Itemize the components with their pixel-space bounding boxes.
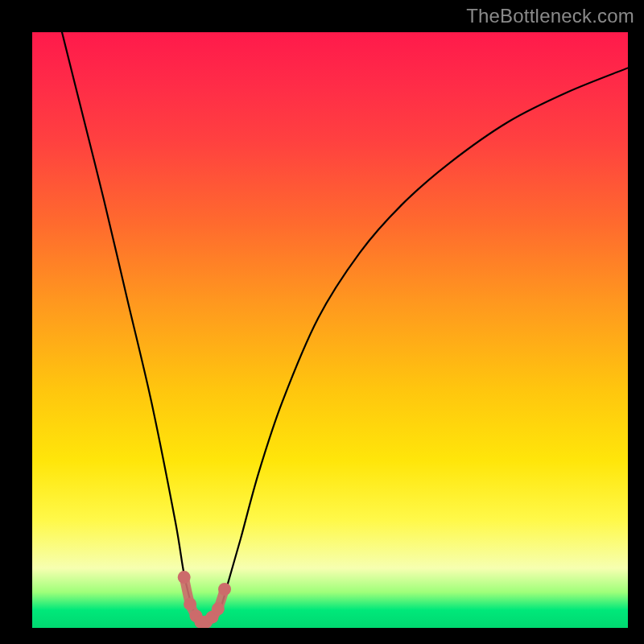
highlight-dot	[178, 571, 191, 584]
highlight-dots	[178, 571, 231, 628]
watermark-text: TheBottleneck.com	[466, 5, 634, 27]
chart-frame: TheBottleneck.com	[0, 0, 644, 644]
chart-svg	[32, 32, 628, 628]
bottleneck-curve-path	[62, 32, 628, 625]
highlight-dot	[212, 602, 225, 615]
bottleneck-curve	[62, 32, 628, 625]
plot-area	[32, 32, 628, 628]
highlight-dot	[218, 583, 231, 596]
highlight-dot	[184, 597, 196, 610]
